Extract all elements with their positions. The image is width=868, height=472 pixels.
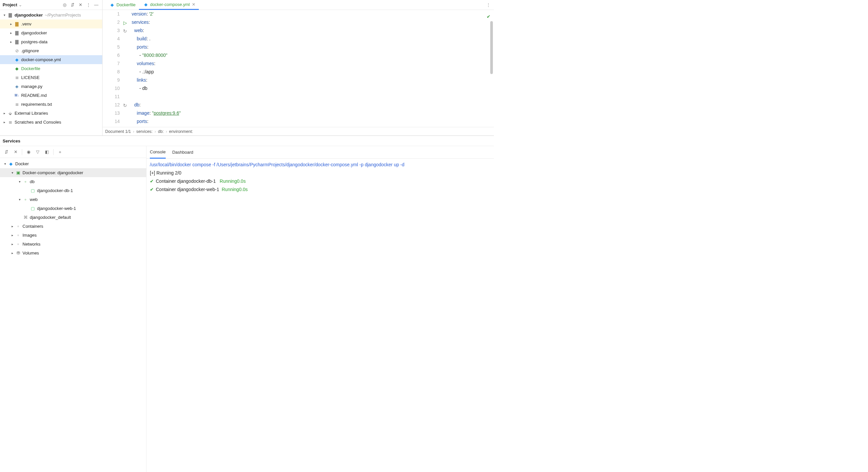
tree-item[interactable]: ·≣requirements.txt <box>0 100 102 109</box>
gutter-line[interactable]: 11 <box>102 93 120 101</box>
gutter-line[interactable]: 4 <box>102 35 120 43</box>
expand-arrow-icon[interactable]: ▸ <box>10 225 14 228</box>
tree-item[interactable]: ·◈manage.py <box>0 82 102 91</box>
services-tree-item[interactable]: ▾▣Docker-compose: djangodocker <box>0 168 146 177</box>
console-output[interactable]: /usr/local/bin/docker compose -f /Users/… <box>147 159 494 472</box>
gutter-line[interactable]: 5 <box>102 43 120 51</box>
tree-item[interactable]: ▸▇postgres-data <box>0 37 102 46</box>
check-icon: ✔ <box>150 187 154 192</box>
tree-item[interactable]: ·⊘.gitignore <box>0 46 102 55</box>
project-header: Project ⌄ ◎ ⇵ ✕ ⋮ — <box>0 0 102 10</box>
close-icon[interactable]: ✕ <box>11 148 20 156</box>
gutter-line[interactable]: 9 <box>102 76 120 84</box>
services-tree[interactable]: ▾◆Docker▾▣Docker-compose: djangodocker▾▫… <box>0 158 146 472</box>
editor-tab[interactable]: ◆Dockerfile <box>105 0 139 10</box>
code-line[interactable]: - .:/app <box>132 68 181 76</box>
breadcrumb[interactable]: Document 1/1›services:›db:›environment: <box>102 127 494 136</box>
expand-arrow-icon[interactable]: ▾ <box>17 180 22 183</box>
gutter-line[interactable]: 12↻ <box>102 101 120 109</box>
tree-item[interactable]: ·◆docker-compose.yml <box>0 55 102 64</box>
gutter-line[interactable]: 10 <box>102 84 120 93</box>
breadcrumb-item[interactable]: db: <box>158 129 164 134</box>
services-tree-item[interactable]: ·▢djangodocker-web-1 <box>0 204 146 213</box>
services-tree-item[interactable]: ·⌘djangodocker_default <box>0 213 146 222</box>
tree-item[interactable]: ·M↓README.md <box>0 91 102 100</box>
expand-arrow-icon[interactable]: ▸ <box>10 242 14 246</box>
code-line[interactable]: image: "postgres:9.6" <box>132 109 181 117</box>
gutter-line[interactable]: 1 <box>102 10 120 18</box>
code-line[interactable]: services: <box>132 18 181 27</box>
code-line[interactable]: db: <box>132 101 181 109</box>
breadcrumb-item[interactable]: services: <box>136 129 153 134</box>
expand-arrow-icon[interactable]: ▸ <box>9 31 13 35</box>
gutter-line[interactable]: 3↻ <box>102 27 120 35</box>
reload-gutter-icon[interactable]: ↻ <box>123 27 127 35</box>
tree-item[interactable]: ·◆Dockerfile <box>0 64 102 73</box>
expand-arrow-icon[interactable]: ▸ <box>9 22 13 26</box>
expand-collapse-icon[interactable]: ⇵ <box>69 2 76 8</box>
expand-arrow-icon[interactable]: ▸ <box>10 233 14 237</box>
scrollbar[interactable] <box>490 21 493 74</box>
gutter-line[interactable]: 13 <box>102 109 120 117</box>
services-tree-item[interactable]: ·▢djangodocker-db-1 <box>0 186 146 195</box>
breadcrumb-item[interactable]: environment: <box>169 129 193 134</box>
add-icon[interactable]: ＋ <box>56 148 64 156</box>
code-line[interactable]: ports: <box>132 43 181 51</box>
tree-item[interactable]: ▸▇djangodocker <box>0 28 102 37</box>
inspection-ok-icon[interactable]: ✔ <box>487 12 491 21</box>
code-line[interactable] <box>132 93 181 101</box>
expand-arrow-icon[interactable]: ▸ <box>10 251 14 255</box>
gutter-line[interactable]: 6 <box>102 51 120 60</box>
external-libraries[interactable]: ▸ ⬙ External Libraries <box>0 109 102 118</box>
project-tree[interactable]: ▾ ▇ djangodocker ~/PycharmProjects ▸▇.ve… <box>0 10 102 136</box>
window-icon[interactable]: ◧ <box>43 148 51 156</box>
expand-icon[interactable]: ⇵ <box>2 148 10 156</box>
tab-more-icon[interactable]: ⋮ <box>486 2 491 7</box>
gutter-line[interactable]: 2▷ <box>102 18 120 27</box>
locate-icon[interactable]: ◎ <box>61 2 68 8</box>
close-icon[interactable]: ✕ <box>77 2 84 8</box>
run-gutter-icon[interactable]: ▷ <box>123 19 127 27</box>
services-tree-item[interactable]: ▸▫Images <box>0 231 146 240</box>
project-root[interactable]: ▾ ▇ djangodocker ~/PycharmProjects <box>0 10 102 20</box>
code-line[interactable]: volumes: <box>132 60 181 68</box>
services-tree-item[interactable]: ▾▫web <box>0 195 146 204</box>
expand-arrow-icon[interactable]: ▸ <box>9 40 13 44</box>
expand-arrow-icon[interactable]: ▾ <box>17 198 22 201</box>
minimize-icon[interactable]: — <box>93 2 99 8</box>
gutter-line[interactable]: 8 <box>102 68 120 76</box>
code-line[interactable]: links: <box>132 76 181 84</box>
code-line[interactable]: web: <box>132 27 181 35</box>
code-line[interactable]: build: . <box>132 35 181 43</box>
filter-icon[interactable]: ▽ <box>33 148 42 156</box>
code-line[interactable]: - "8000:8000" <box>132 51 181 60</box>
project-title: Project <box>3 2 17 7</box>
code-editor[interactable]: 12▷3↻456789101112↻1314 version: '2'servi… <box>102 10 494 127</box>
docker-green-icon: ◆ <box>14 66 20 72</box>
services-tree-item[interactable]: ▸▫Containers <box>0 222 146 231</box>
services-tree-item[interactable]: ▸⛃Volumes <box>0 248 146 258</box>
scratches[interactable]: ▸ ≣ Scratches and Consoles <box>0 118 102 127</box>
code-line[interactable]: ports: <box>132 117 181 126</box>
expand-arrow-icon[interactable]: ▾ <box>3 162 7 166</box>
gutter-line[interactable]: 7 <box>102 60 120 68</box>
expand-arrow-icon[interactable]: ▾ <box>10 171 14 174</box>
code-line[interactable]: version: '2' <box>132 10 181 18</box>
services-tree-item[interactable]: ▸▫Networks <box>0 240 146 248</box>
show-icon[interactable]: ◉ <box>24 148 33 156</box>
more-icon[interactable]: ⋮ <box>85 2 92 8</box>
close-tab-icon[interactable]: ✕ <box>192 2 195 7</box>
reload-gutter-icon[interactable]: ↻ <box>123 101 127 110</box>
chevron-down-icon[interactable]: ⌄ <box>19 2 22 7</box>
gutter-line[interactable]: 14 <box>102 117 120 126</box>
tree-item[interactable]: ▸▇.venv <box>0 20 102 28</box>
editor-tab[interactable]: ◆docker-compose.yml✕ <box>139 0 199 10</box>
services-tab[interactable]: Dashboard <box>172 146 193 159</box>
services-tab[interactable]: Console <box>150 146 166 159</box>
tree-item[interactable]: ·≣LICENSE <box>0 73 102 82</box>
code-line[interactable]: - db <box>132 84 181 93</box>
services-tree-item[interactable]: ▾◆Docker <box>0 159 146 168</box>
breadcrumb-item[interactable]: Document 1/1 <box>105 129 131 134</box>
services-tree-item[interactable]: ▾▫db <box>0 177 146 186</box>
tree-item-label: manage.py <box>21 84 42 89</box>
